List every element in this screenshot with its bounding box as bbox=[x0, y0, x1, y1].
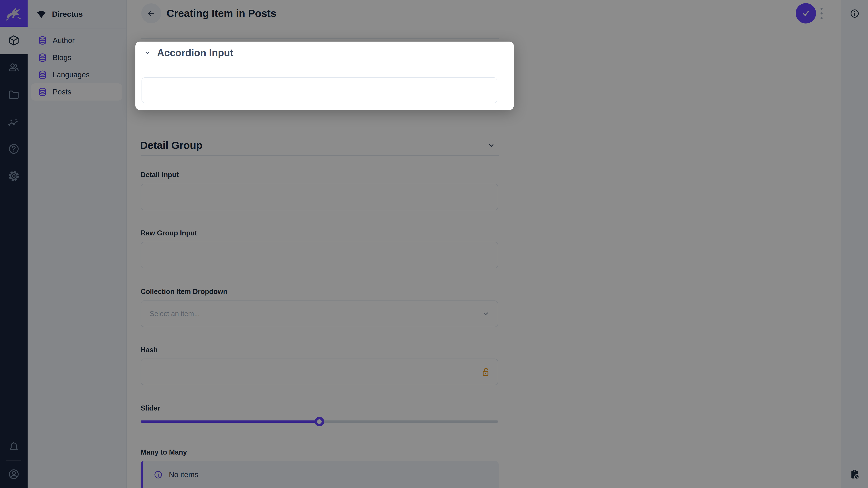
accordion-title: Accordion Input bbox=[157, 47, 233, 59]
accordion-spotlight-card: Accordion Input bbox=[135, 41, 514, 110]
directus-app: Directus Author bbox=[0, 0, 868, 488]
accordion-toggle[interactable]: Accordion Input bbox=[144, 46, 233, 60]
chevron-down-icon bbox=[144, 49, 151, 57]
accordion-input-field[interactable] bbox=[142, 77, 497, 103]
